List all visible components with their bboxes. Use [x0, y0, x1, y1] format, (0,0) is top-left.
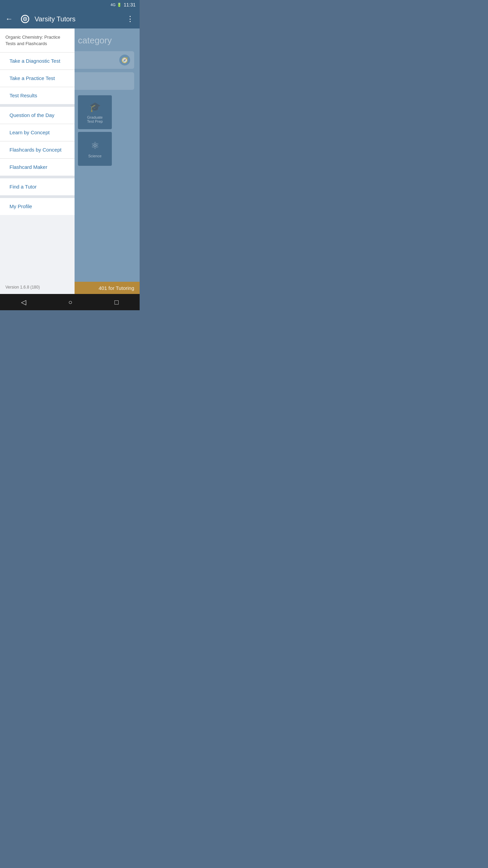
- navigation-drawer: Organic Chemistry: Practice Tests and Fl…: [0, 28, 75, 294]
- version-label: Version 1.6.8 (180): [5, 285, 40, 290]
- app-title: Varsity Tutors: [35, 15, 120, 23]
- drawer-item-my-profile[interactable]: My Profile: [0, 198, 75, 215]
- drawer-item-practice[interactable]: Take a Practice Test: [0, 70, 75, 87]
- signal-icon: 4G: [110, 3, 116, 7]
- science-card: ⚛ Science: [78, 132, 112, 166]
- overflow-menu-button[interactable]: ⋮: [124, 12, 137, 26]
- drawer-context-label: Organic Chemistry: Practice Tests and Fl…: [5, 35, 60, 46]
- drawer-item-flashcard-maker[interactable]: Flashcard Maker: [0, 159, 75, 176]
- svg-point-2: [24, 18, 26, 20]
- drawer-version: Version 1.6.8 (180): [0, 280, 75, 294]
- graduation-icon: 🎓: [89, 101, 101, 113]
- grad-test-label: GraduateTest Prep: [86, 115, 104, 123]
- atom-icon: ⚛: [91, 140, 99, 151]
- drawer-group-tests: Take a Diagnostic Test Take a Practice T…: [0, 53, 75, 104]
- drawer-item-flashcards-concept[interactable]: Flashcards by Concept: [0, 141, 75, 158]
- drawer-group-profile: My Profile: [0, 198, 75, 215]
- drawer-item-find-tutor[interactable]: Find a Tutor: [0, 178, 75, 195]
- battery-icon: 🔋: [117, 3, 122, 7]
- science-label: Science: [87, 154, 103, 158]
- drawer-header: Organic Chemistry: Practice Tests and Fl…: [0, 28, 75, 53]
- compass-icon: 🧭: [119, 55, 130, 65]
- drawer-item-learn-concept[interactable]: Learn by Concept: [0, 124, 75, 141]
- navigation-bar: ◁ ○ □: [0, 294, 140, 310]
- back-button[interactable]: ←: [3, 12, 16, 26]
- drawer-item-diagnostic[interactable]: Take a Diagnostic Test: [0, 53, 75, 70]
- drawer-group-learning: Question of the Day Learn by Concept Fla…: [0, 107, 75, 176]
- drawer-item-question-day[interactable]: Question of the Day: [0, 107, 75, 124]
- app-header: ← Varsity Tutors ⋮: [0, 9, 140, 28]
- app-logo: [20, 14, 30, 24]
- group-divider: [0, 104, 75, 107]
- drawer-item-results[interactable]: Test Results: [0, 87, 75, 104]
- status-icons: 4G 🔋: [110, 3, 122, 7]
- nav-home-button[interactable]: ○: [61, 296, 79, 309]
- group-divider: [0, 195, 75, 198]
- nav-recent-button[interactable]: □: [108, 296, 125, 309]
- nav-back-button[interactable]: ◁: [14, 295, 33, 309]
- banner-text: 401 for Tutoring: [99, 285, 134, 291]
- grad-test-card: 🎓 GraduateTest Prep: [78, 95, 112, 129]
- drawer-group-tutor: Find a Tutor: [0, 178, 75, 195]
- status-time: 11:31: [124, 2, 136, 7]
- group-divider: [0, 176, 75, 178]
- status-bar: 4G 🔋 11:31: [0, 0, 140, 9]
